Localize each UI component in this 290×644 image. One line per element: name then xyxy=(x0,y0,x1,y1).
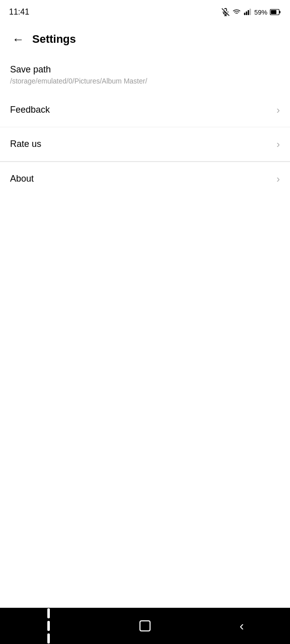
rate-us-label: Rate us xyxy=(10,139,41,149)
settings-content: Save path /storage/emulated/0/Pictures/A… xyxy=(0,54,290,608)
rate-us-chevron-icon: › xyxy=(276,138,280,150)
recents-icon xyxy=(47,608,50,643)
back-nav-icon: ‹ xyxy=(240,619,244,632)
home-icon xyxy=(139,620,151,631)
navigation-bar: ‹ xyxy=(0,608,290,644)
recents-button[interactable] xyxy=(33,611,63,641)
svg-rect-10 xyxy=(279,11,280,14)
save-path-section: Save path /storage/emulated/0/Pictures/A… xyxy=(0,54,290,93)
svg-rect-6 xyxy=(248,10,249,15)
wifi-icon xyxy=(232,8,241,16)
app-bar: ← Settings xyxy=(0,24,290,54)
svg-rect-9 xyxy=(271,10,276,14)
back-button[interactable]: ← xyxy=(8,29,28,49)
rate-us-item[interactable]: Rate us › xyxy=(0,127,290,162)
page-title: Settings xyxy=(32,33,76,46)
home-button[interactable] xyxy=(130,611,160,641)
back-nav-button[interactable]: ‹ xyxy=(227,611,257,641)
about-chevron-icon: › xyxy=(276,173,280,185)
about-item[interactable]: About › xyxy=(0,162,290,196)
about-label: About xyxy=(10,174,34,184)
status-icons: 59% xyxy=(222,8,281,16)
battery-icon xyxy=(270,9,281,15)
feedback-chevron-icon: › xyxy=(276,104,280,116)
mute-icon xyxy=(222,8,230,16)
save-path-value: /storage/emulated/0/Pictures/Album Maste… xyxy=(10,77,280,85)
svg-rect-5 xyxy=(246,12,247,15)
battery-indicator: 59% xyxy=(254,9,267,16)
status-time: 11:41 xyxy=(9,8,29,17)
signal-icon xyxy=(244,8,252,16)
feedback-item[interactable]: Feedback › xyxy=(0,93,290,127)
status-bar: 11:41 59% xyxy=(0,0,290,24)
feedback-label: Feedback xyxy=(10,105,50,115)
svg-rect-4 xyxy=(244,13,246,15)
save-path-label: Save path xyxy=(10,64,280,75)
svg-rect-7 xyxy=(250,9,251,15)
back-icon: ← xyxy=(12,32,24,46)
